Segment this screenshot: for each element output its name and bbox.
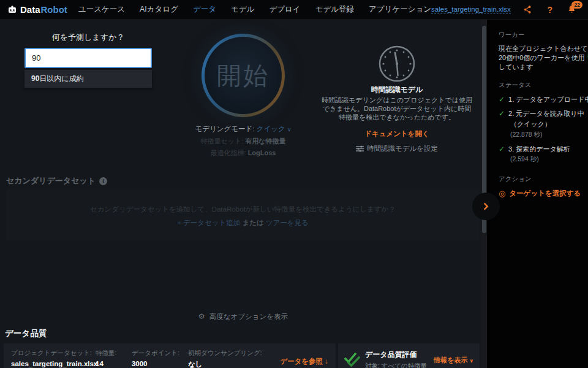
time-aware-desc-line2: できません。DataRobotがデータセット内に時間 — [305, 104, 481, 113]
feature-set-value: 有用な特徴量 — [245, 137, 285, 145]
project-dataset-value: sales_targeting_train.xlsx — [11, 360, 96, 367]
show-info-link[interactable]: 情報を表示 ∨ — [434, 356, 473, 365]
show-advanced-options-toggle[interactable]: ⚙ 高度なオプションを表示 — [151, 312, 335, 321]
project-dataset-label: プロジェクトデータセット: — [11, 349, 96, 358]
secondary-dataset-links: + データセット追加 または ツアーを見る — [6, 218, 480, 228]
status-step-1: ✓ 1. データをアップロード中 — [499, 96, 582, 104]
status-step-2-mode: （クイック） — [510, 120, 582, 129]
advanced-options-label: 高度なオプションを表示 — [209, 313, 288, 320]
start-button[interactable]: 開始 — [202, 34, 285, 117]
datarobot-logo[interactable]: Data Robot — [7, 4, 67, 15]
worker-section-title: ワーカー — [499, 31, 582, 39]
time-aware-setup-link[interactable]: 時間認識モデルを設定 — [336, 144, 458, 153]
share-icon[interactable] — [523, 5, 533, 15]
robot-head-icon — [7, 5, 17, 15]
suggestion-match-text: 90 — [31, 74, 39, 83]
notifications-bell-icon[interactable]: 22 — [567, 5, 577, 15]
quality-assessment-panel: データ品質評価 対象: すべての特徴量 情報を表示 ∨ — [338, 343, 480, 368]
status-step-3-label: 3. 探索的データ解析 — [508, 145, 570, 153]
check-icon: ✓ — [499, 145, 505, 153]
start-button-label: 開始 — [217, 59, 270, 93]
suggestion-rest-text: 日以内に成約 — [39, 74, 83, 83]
notification-badge: 22 — [571, 1, 582, 9]
quality-assessment-subtitle: 対象: すべての特徴量 — [365, 362, 427, 368]
status-step-2-label: 2. 元データを読み取り中 — [508, 110, 584, 118]
worker-text-line1: 現在全プロジェクト合わせて — [499, 44, 587, 53]
help-icon[interactable]: ? — [545, 5, 555, 15]
action-section-title: アクション — [499, 175, 582, 183]
or-text: または — [242, 219, 263, 226]
main-content: 何を予測しますか？ 90日以内に成約 開始 モデリングモード: クイック ∨ 特… — [0, 20, 481, 368]
time-aware-title: 時間認識モデル — [336, 85, 458, 95]
data-points-field: データポイント: 3000 — [132, 349, 188, 367]
target-icon: ◎ — [499, 190, 505, 197]
time-aware-setup-label: 時間認識モデルを設定 — [367, 144, 438, 153]
predict-question-title: 何を予測しますか？ — [24, 32, 152, 43]
worker-text-line2: 20個中0個のワーカーを使用 — [499, 53, 587, 63]
quality-assessment-text: データ品質評価 対象: すべての特徴量 — [365, 350, 427, 368]
add-dataset-link[interactable]: データセット追加 — [183, 219, 240, 226]
feature-count-field: 特徴量: 14 — [96, 349, 132, 367]
nav-item-models[interactable]: モデル — [231, 4, 254, 15]
select-target-action[interactable]: ◎ ターゲットを選択する — [499, 189, 582, 198]
quality-assessment-title: データ品質評価 — [365, 350, 427, 360]
right-sidebar: ワーカー 現在全プロジェクト合わせて 20個中0個のワーカーを使用 しています … — [490, 20, 588, 368]
nav-item-applications[interactable]: アプリケーション — [369, 4, 431, 15]
worker-text-line3: しています — [499, 63, 587, 72]
nav-item-use-cases[interactable]: ユースケース — [78, 4, 125, 15]
select-target-label: ターゲットを選択する — [509, 189, 581, 198]
data-points-value: 3000 — [132, 360, 188, 367]
optimization-metric-value: LogLoss — [248, 149, 276, 156]
chevron-down-icon[interactable]: ∨ — [287, 126, 292, 132]
time-aware-desc-line1: 時間認識モデリングはこのプロジェクトでは使用 — [305, 96, 481, 104]
time-aware-description: 時間認識モデリングはこのプロジェクトでは使用 できません。DataRobotがデ… — [305, 96, 481, 121]
show-info-label: 情報を表示 — [434, 356, 467, 364]
nav-item-data[interactable]: データ — [193, 4, 216, 15]
open-documentation-link[interactable]: ドキュメントを開く — [336, 129, 458, 139]
nav-item-deploy[interactable]: デプロイ — [269, 4, 300, 15]
nav-item-model-registry[interactable]: モデル登録 — [315, 4, 354, 15]
chevron-down-icon: ∨ — [470, 358, 474, 364]
downsampling-value: なし — [188, 360, 280, 368]
secondary-dataset-panel: セカンダリデータセットを追加して、DataRobotが新しい特徴量を検出できるよ… — [6, 189, 480, 240]
optimization-metric-row: 最適化指標: LogLoss — [151, 148, 335, 158]
arrow-down-icon: ↓ — [325, 358, 328, 365]
clock-icon — [378, 45, 416, 85]
check-icon: ✓ — [499, 110, 505, 118]
time-aware-desc-line3: 特徴量を検出できなかったためです。 — [305, 113, 481, 121]
status-step-2: ✓ 2. 元データを読み取り中 — [499, 110, 582, 118]
status-step-2-time: (22.878 秒) — [510, 131, 582, 139]
secondary-dataset-title-text: セカンダリデータセット — [6, 175, 96, 186]
brand-data-text: Data — [20, 4, 40, 15]
action-section: アクション ◎ ターゲットを選択する — [499, 175, 582, 198]
modeling-mode-selector[interactable]: クイック — [257, 125, 285, 132]
data-quality-title: データ品質 — [5, 328, 47, 339]
browse-data-link[interactable]: データを参照 ↓ — [280, 357, 328, 366]
status-step-3: ✓ 3. 探索的データ解析 — [499, 145, 582, 153]
info-icon[interactable]: i — [99, 177, 107, 185]
view-tour-link[interactable]: ツアーを見る — [266, 219, 309, 226]
status-step-1-label: 1. データをアップロード中 — [508, 96, 588, 104]
dataset-summary-panel: プロジェクトデータセット: sales_targeting_train.xlsx… — [4, 343, 336, 368]
secondary-dataset-title: セカンダリデータセット i — [6, 175, 107, 186]
sliders-icon — [356, 145, 364, 152]
worker-usage-widget: 現在全プロジェクト合わせて 20個中0個のワーカーを使用 しています ∧ 00 … — [499, 44, 582, 72]
project-file-link[interactable]: sales_targeting_train.xlsx — [431, 6, 511, 14]
brand-robot-text: Robot — [41, 4, 67, 15]
downsampling-field: 初期ダウンサンプリング: なし — [188, 349, 280, 368]
modeling-mode-row: モデリングモード: クイック ∨ — [151, 125, 335, 134]
project-dataset-field: プロジェクトデータセット: sales_targeting_train.xlsx — [11, 349, 96, 367]
target-suggestion-item[interactable]: 90日以内に成約 — [24, 70, 152, 88]
plus-icon: + — [177, 219, 181, 226]
top-nav-bar: Data Robot ユースケース AIカタログ データ モデル デプロイ モデ… — [0, 0, 588, 20]
sidebar-expand-button[interactable] — [472, 193, 500, 220]
feature-count-label: 特徴量: — [96, 349, 132, 358]
target-search-input[interactable] — [24, 48, 152, 68]
status-step-3-time: (2.594 秒) — [510, 155, 582, 164]
nav-item-ai-catalog[interactable]: AIカタログ — [140, 4, 178, 15]
secondary-dataset-question: セカンダリデータセットを追加して、DataRobotが新しい特徴量を検出できるよ… — [6, 205, 480, 214]
feature-set-label: 特徴量セット: — [200, 137, 243, 145]
optimization-metric-label: 最適化指標: — [211, 149, 246, 156]
worker-usage-text: 現在全プロジェクト合わせて 20個中0個のワーカーを使用 しています — [499, 44, 587, 72]
modeling-mode-label: モデリングモード: — [195, 125, 254, 132]
